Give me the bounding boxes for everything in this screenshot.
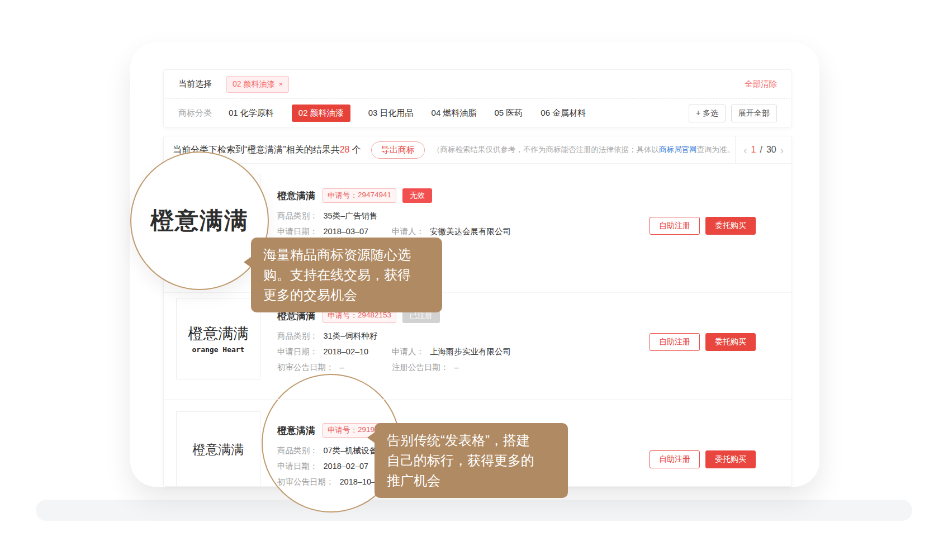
results-disclaimer: （商标检索结果仅供参考，不作为商标能否注册的法律依据；具体以商标局官网查询为准。…	[433, 145, 735, 155]
category-row: 商标分类 01 化学原料 02 颜料油漆 03 日化用品 04 燃料油脂 05 …	[164, 99, 791, 127]
total-pages: 30	[766, 145, 776, 155]
trademark-image-text: 橙意满满	[188, 324, 249, 344]
apply-date-value: 2018–02–07	[324, 462, 369, 471]
category-label: 商品类别：	[277, 211, 318, 220]
status-badge: 无效	[402, 188, 432, 203]
first-publication-label: 初审公告日期：	[277, 477, 334, 486]
category-item-02-selected[interactable]: 02 颜料油漆	[292, 105, 350, 122]
filter-panel: 当前选择 02 颜料油漆 × 全部清除 商标分类 01 化学原料 02 颜料油漆…	[163, 69, 792, 127]
next-page-icon[interactable]: ›	[780, 145, 784, 155]
tag-close-icon[interactable]: ×	[278, 80, 283, 88]
tooltip-line: 更多的交易机会	[263, 285, 430, 305]
first-publication-value: –	[340, 363, 344, 372]
category-label: 商品类别：	[277, 446, 318, 455]
entrust-buy-button[interactable]: 委托购买	[705, 333, 756, 351]
prev-page-icon[interactable]: ‹	[743, 145, 747, 155]
applicant-value: 上海雨步实业有限公司	[430, 347, 511, 356]
applicant-label: 申请人：	[392, 347, 424, 356]
category-row-label: 商标分类	[178, 108, 212, 118]
category-item-05[interactable]: 05 医药	[494, 108, 523, 118]
category-value: 31类–饲料种籽	[324, 331, 378, 340]
trademark-details: 橙意满满 申请号：29482153 已注册 商品类别：31类–饲料种籽 申请日期…	[277, 309, 511, 377]
tooltip-line: 自己的标行，获得更多的	[387, 450, 556, 471]
row-actions: 自助注册 委托购买	[650, 450, 756, 468]
page: 当前选择 02 颜料油漆 × 全部清除 商标分类 01 化学原料 02 颜料油漆…	[0, 0, 948, 560]
apply-date-value: 2018–03–07	[324, 227, 369, 236]
selected-filter-tag-label: 02 颜料油漆	[233, 79, 274, 89]
laptop-base	[36, 500, 912, 521]
app-no-label: 申请号：	[328, 425, 358, 435]
current-selection-label: 当前选择	[178, 79, 212, 89]
category-label: 商品类别：	[277, 331, 318, 340]
entrust-buy-button[interactable]: 委托购买	[705, 217, 756, 235]
current-selection-row: 当前选择 02 颜料油漆 × 全部清除	[164, 70, 791, 98]
first-publication-label: 初审公告日期：	[277, 363, 334, 372]
apply-date-label: 申请日期：	[277, 227, 318, 236]
summary-unit: 个	[349, 145, 361, 154]
row-actions: 自助注册 委托购买	[650, 217, 756, 235]
pagination: ‹ 1 / 30 ›	[735, 136, 791, 163]
registration-publication-label: 注册公告日期：	[392, 363, 449, 372]
magnified-trademark-text: 橙意满满	[150, 205, 249, 236]
app-no-value: 29474941	[358, 191, 391, 201]
self-register-button[interactable]: 自助注册	[650, 333, 700, 351]
app-no-label: 申请号：	[328, 191, 358, 201]
apply-date-value: 2018–02–10	[324, 347, 369, 356]
multi-select-button[interactable]: + 多选	[689, 105, 726, 122]
trademark-office-link[interactable]: 商标局官网	[659, 145, 697, 154]
trademark-image: 橙意满满 orange Heart	[176, 298, 260, 379]
results-count: 28	[340, 145, 350, 154]
tooltip-line: 推广机会	[387, 471, 556, 491]
trademark-image-subtext: orange Heart	[192, 345, 245, 354]
category-value: 07类–机械设备	[324, 446, 378, 455]
tooltip-line: 购。支持在线交易，获得	[263, 265, 430, 285]
entrust-buy-button[interactable]: 委托购买	[705, 450, 756, 468]
application-number-badge: 申请号：29474941	[323, 188, 396, 203]
registration-publication-value: –	[454, 363, 459, 372]
trademark-name: 橙意满满	[277, 189, 315, 202]
current-page: 1	[751, 145, 756, 155]
results-header: 当前分类下检索到“橙意满满”相关的结果共28 个 导出商标 （商标检索结果仅供参…	[164, 136, 791, 164]
magnifier-circle: 橙意满满	[130, 151, 269, 290]
apply-date-label: 申请日期：	[277, 347, 318, 356]
category-item-01[interactable]: 01 化学原料	[229, 108, 274, 118]
tooltip-marketplace: 海量精品商标资源随心选 购。支持在线交易，获得 更多的交易机会	[251, 238, 442, 312]
category-item-06[interactable]: 06 金属材料	[541, 108, 586, 118]
trademark-details: 橙意满满 申请号：29474941 无效 商品类别：35类–广告销售 申请日期：…	[277, 188, 511, 241]
trademark-name: 橙意满满	[277, 424, 315, 437]
self-register-button[interactable]: 自助注册	[650, 450, 700, 468]
expand-all-button[interactable]: 展开全部	[731, 105, 777, 122]
trademark-image: 橙意满满	[176, 411, 260, 487]
category-item-03[interactable]: 03 日化用品	[368, 108, 414, 118]
applicant-label: 申请人：	[392, 227, 424, 236]
category-value: 35类–广告销售	[324, 211, 378, 220]
disclaimer-text: （商标检索结果仅供参考，不作为商标能否注册的法律依据；具体以	[433, 145, 659, 154]
tooltip-promotion: 告别传统“发表格”，搭建 自己的标行，获得更多的 推广机会	[375, 423, 568, 498]
tooltip-line: 告别传统“发表格”，搭建	[387, 430, 556, 450]
clear-all-button[interactable]: 全部清除	[745, 79, 777, 89]
apply-date-label: 申请日期：	[277, 462, 318, 471]
self-register-button[interactable]: 自助注册	[650, 217, 700, 235]
selected-filter-tag[interactable]: 02 颜料油漆 ×	[226, 76, 289, 93]
trademark-image-text: 橙意满满	[193, 441, 244, 458]
disclaimer-text-end: 查询为准。）	[696, 145, 735, 154]
row-actions: 自助注册 委托购买	[650, 333, 756, 351]
export-trademarks-button[interactable]: 导出商标	[371, 141, 425, 159]
category-item-04[interactable]: 04 燃料油脂	[432, 108, 477, 118]
page-separator: /	[760, 145, 762, 155]
tooltip-line: 海量精品商标资源随心选	[263, 245, 430, 265]
applicant-value: 安徽美达会展有限公司	[430, 227, 511, 236]
